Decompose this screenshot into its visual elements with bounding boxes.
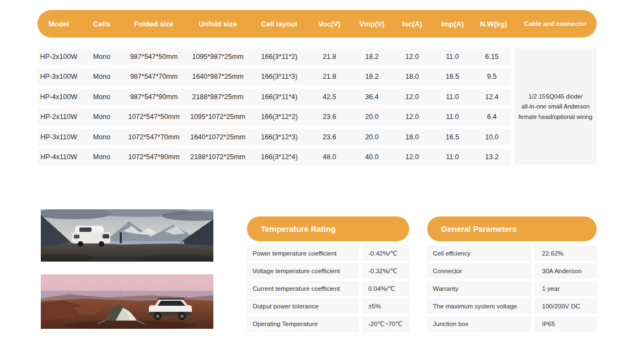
list-item: Voltage temperature coefficient -0.32%/℃ xyxy=(247,263,409,279)
column-header-unfold-size: Unfold size xyxy=(184,20,251,28)
photo-campervan-mountains xyxy=(41,209,213,262)
param-value: 100/200V DC xyxy=(534,299,597,314)
temperature-rating-table: Power temperature coefficient -0.42%/℃ V… xyxy=(247,246,409,334)
cell-layout-cell: 166(3*11*4) xyxy=(251,93,307,101)
param-value: ±5% xyxy=(362,299,409,314)
vmp-cell: 18.2 xyxy=(352,73,392,80)
imp-cell: 11.0 xyxy=(432,53,473,61)
param-value: 1 year xyxy=(534,281,597,296)
column-header-cell-layout: Cell layout xyxy=(251,20,307,28)
column-header-cells: Cells xyxy=(80,20,124,28)
vmp-cell: 20.0 xyxy=(352,133,392,141)
general-parameters-table: Cell effciency 22.62% Connector 30A Ande… xyxy=(427,246,597,334)
cells-cell: Mono xyxy=(80,73,124,80)
section-title: General Parameters xyxy=(441,225,517,234)
vmp-cell: 36.4 xyxy=(352,93,392,101)
folded-size-cell: 1072*547*50mm xyxy=(124,113,184,121)
cells-cell: Mono xyxy=(80,113,124,121)
table-row: HP-4x110W Mono 1072*547*90mm 2188*1072*2… xyxy=(37,149,511,165)
cell-layout-cell: 166(3*12*4) xyxy=(251,153,307,161)
param-value: -0.32%/℃ xyxy=(362,263,409,279)
folded-size-cell: 1072*547*70mm xyxy=(124,133,184,141)
cable-note-line: female head/optional wiring xyxy=(514,112,597,122)
nw-cell: 12.4 xyxy=(473,93,511,101)
spec-table-body: HP-2x100W Mono 987*547*50mm 1095*987*25m… xyxy=(37,48,511,169)
table-row: HP-2x100W Mono 987*547*50mm 1095*987*25m… xyxy=(37,48,511,64)
column-header-vmp: Vmp(V) xyxy=(352,20,392,28)
folded-size-cell: 987*547*90mm xyxy=(124,93,184,101)
folded-size-cell: 987*547*50mm xyxy=(124,53,184,61)
spec-table-header: Model Cells Folded size Unfold size Cell… xyxy=(37,10,597,37)
param-label: Operating Temperature xyxy=(247,316,359,332)
vmp-cell: 18.2 xyxy=(352,53,392,61)
unfold-size-cell: 1095*987*25mm xyxy=(184,53,251,61)
table-row: HP-3x110W Mono 1072*547*70mm 1640*1072*2… xyxy=(37,129,511,145)
model-cell: HP-4x100W xyxy=(37,93,80,101)
param-label: Current temperature coefficient xyxy=(247,281,359,296)
folded-size-cell: 987*547*70mm xyxy=(124,73,184,80)
cells-cell: Mono xyxy=(80,133,124,141)
model-cell: HP-4x110W xyxy=(37,153,80,161)
list-item: Power temperature coefficient -0.42%/℃ xyxy=(247,246,409,261)
voc-cell: 21.8 xyxy=(307,73,352,80)
param-label: Voltage temperature coefficient xyxy=(247,263,359,279)
list-item: Connector 30A Anderson xyxy=(427,263,597,279)
column-header-folded-size: Folded size xyxy=(124,20,184,28)
imp-cell: 16.5 xyxy=(432,133,473,141)
unfold-size-cell: 1640*987*25mm xyxy=(184,73,251,80)
vmp-cell: 40.0 xyxy=(352,153,392,161)
unfold-size-cell: 1640*1072*25mm xyxy=(184,133,251,141)
model-cell: HP-2x110W xyxy=(37,113,80,121)
voc-cell: 21.8 xyxy=(307,53,352,61)
isc-cell: 12.0 xyxy=(392,53,432,61)
photo-tent-suv-desert xyxy=(41,274,213,329)
voc-cell: 48.0 xyxy=(307,153,352,161)
cell-layout-cell: 166(3*11*2) xyxy=(251,53,307,61)
cable-connector-note: 1/2 15SQ045 diode/ all-in-one small Ande… xyxy=(514,48,597,165)
cell-layout-cell: 166(3*11*3) xyxy=(251,73,307,80)
cell-layout-cell: 166(3*12*3) xyxy=(251,133,307,141)
list-item: Cell effciency 22.62% xyxy=(427,246,597,261)
column-header-model: Model xyxy=(37,20,80,28)
model-cell: HP-2x100W xyxy=(37,53,80,61)
isc-cell: 12.0 xyxy=(392,93,432,101)
cable-note-line: 1/2 15SQ045 diode/ xyxy=(514,91,597,101)
unfold-size-cell: 2188*1072*25mm xyxy=(184,153,251,161)
param-value: 0.04%/℃ xyxy=(362,281,409,296)
model-cell: HP-3x100W xyxy=(37,73,80,80)
nw-cell: 6.15 xyxy=(473,53,511,61)
imp-cell: 11.0 xyxy=(432,113,473,121)
cable-note-line: all-in-one small Anderson xyxy=(514,101,597,111)
list-item: Warranty 1 year xyxy=(427,281,597,296)
param-label: Junction box xyxy=(427,316,531,332)
folded-size-cell: 1072*547*90mm xyxy=(124,153,184,161)
section-title: Temperature Rating xyxy=(261,225,336,234)
param-label: The maximum system voltage xyxy=(427,299,531,314)
list-item: Junction box IP65 xyxy=(427,316,597,332)
cells-cell: Mono xyxy=(80,53,124,61)
list-item: Current temperature coefficient 0.04%/℃ xyxy=(247,281,409,296)
list-item: The maximum system voltage 100/200V DC xyxy=(427,299,597,314)
vmp-cell: 20.0 xyxy=(352,113,392,121)
unfold-size-cell: 2188*987*25mm xyxy=(184,93,251,101)
voc-cell: 42.5 xyxy=(307,93,352,101)
column-header-voc: Voc(V) xyxy=(307,20,352,28)
table-row: HP-4x100W Mono 987*547*90mm 2188*987*25m… xyxy=(37,89,511,105)
param-value: 30A Anderson xyxy=(534,263,597,279)
param-value: 22.62% xyxy=(534,246,597,261)
general-parameters-header: General Parameters xyxy=(427,216,597,241)
nw-cell: 6.4 xyxy=(473,113,511,121)
column-header-nw: N.W(kg) xyxy=(473,20,514,28)
cells-cell: Mono xyxy=(80,93,124,101)
voc-cell: 23.6 xyxy=(307,133,352,141)
voc-cell: 23.6 xyxy=(307,113,352,121)
isc-cell: 12.0 xyxy=(392,153,432,161)
column-header-imp: Imp(A) xyxy=(432,20,473,28)
table-row: HP-2x110W Mono 1072*547*50mm 1095*1072*2… xyxy=(37,109,511,125)
model-cell: HP-3x110W xyxy=(37,133,80,141)
imp-cell: 16.5 xyxy=(432,73,473,80)
cells-cell: Mono xyxy=(80,153,124,161)
nw-cell: 13.2 xyxy=(473,153,511,161)
column-header-cable-connector: Cable and connector xyxy=(514,20,597,27)
imp-cell: 11.0 xyxy=(432,93,473,101)
